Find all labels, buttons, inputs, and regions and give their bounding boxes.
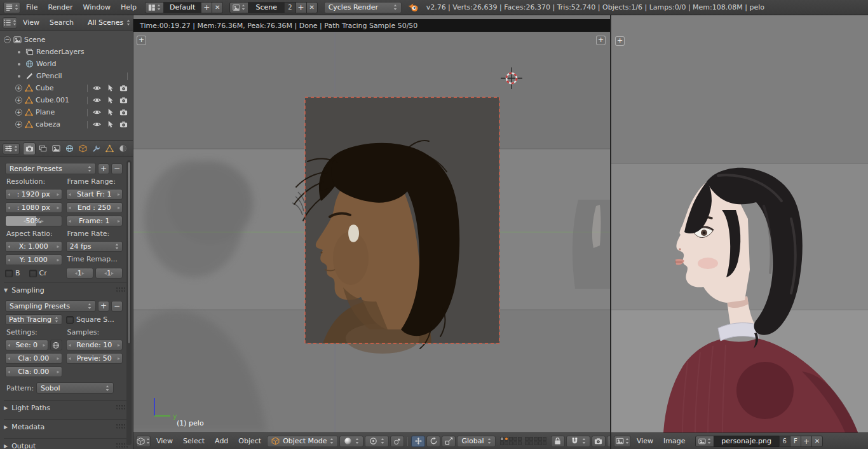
panel-header-light-paths[interactable]: ▶ Light Paths bbox=[4, 400, 129, 415]
editor-type-button-properties[interactable] bbox=[3, 143, 20, 155]
aspect-x-field[interactable]: X: 1.000 bbox=[5, 241, 62, 252]
visibility-eye-icon[interactable] bbox=[93, 108, 101, 116]
toolshelf-expand-button[interactable]: + bbox=[137, 36, 146, 45]
transform-orientation-select[interactable]: Global bbox=[457, 436, 495, 447]
frame-start-field[interactable]: Start Fr: 1 bbox=[66, 189, 123, 200]
translate-manipulator-toggle[interactable] bbox=[411, 436, 425, 447]
outliner-item-scene[interactable]: − Scene bbox=[0, 34, 133, 46]
tab-world[interactable] bbox=[63, 142, 76, 155]
editor-type-button-image[interactable] bbox=[614, 436, 631, 447]
outliner-item-cube001[interactable]: + Cube.001 bbox=[0, 94, 133, 106]
clamp-indirect-field[interactable]: Cla: 0.00 bbox=[5, 366, 62, 377]
menu-help[interactable]: Help bbox=[116, 1, 141, 13]
pivot-point-select[interactable] bbox=[365, 436, 389, 447]
outliner-item-renderlayers[interactable]: RenderLayers bbox=[0, 46, 133, 58]
menu-window[interactable]: Window bbox=[79, 1, 115, 13]
unlink-image-button[interactable]: ✕ bbox=[811, 436, 823, 447]
toolshelf-expand-button[interactable]: + bbox=[615, 36, 625, 46]
renderability-camera-icon[interactable] bbox=[119, 108, 128, 116]
scene-name-field[interactable]: Scene bbox=[248, 2, 285, 13]
menu-viewport-select[interactable]: Select bbox=[179, 435, 209, 447]
menu-image-view[interactable]: View bbox=[632, 435, 658, 447]
delete-screen-layout-button[interactable]: ✕ bbox=[212, 2, 223, 13]
viewport-shading-select[interactable] bbox=[339, 436, 363, 447]
pattern-select[interactable]: Sobol bbox=[36, 382, 114, 394]
visibility-eye-icon[interactable] bbox=[93, 96, 101, 104]
editor-type-button-info[interactable] bbox=[3, 2, 20, 13]
image-browse-button[interactable] bbox=[695, 436, 714, 447]
remove-sampling-preset-button[interactable]: − bbox=[111, 301, 123, 312]
image-users-count[interactable]: 6 bbox=[779, 436, 790, 447]
opengl-render-animation-button[interactable] bbox=[607, 436, 610, 447]
resolution-percentage-slider[interactable]: 50% bbox=[5, 216, 62, 226]
tab-modifiers[interactable] bbox=[90, 142, 102, 155]
scale-manipulator-toggle[interactable] bbox=[442, 436, 456, 447]
rotate-manipulator-toggle[interactable] bbox=[426, 436, 440, 447]
renderability-camera-icon[interactable] bbox=[119, 96, 128, 104]
integrator-select[interactable]: Path Tracing bbox=[5, 314, 62, 325]
image-editor-canvas[interactable] bbox=[611, 15, 868, 432]
border-checkbox[interactable]: B bbox=[5, 269, 20, 277]
tab-render[interactable] bbox=[23, 142, 36, 155]
selectability-pointer-icon[interactable] bbox=[106, 84, 114, 92]
outliner-item-plane[interactable]: + Plane bbox=[0, 106, 133, 118]
menu-viewport-object[interactable]: Object bbox=[234, 435, 266, 447]
frame-current-field[interactable]: Frame: 1 bbox=[66, 216, 123, 226]
add-preset-button[interactable]: + bbox=[98, 163, 109, 174]
collapse-icon[interactable]: − bbox=[4, 36, 11, 43]
editor-type-button-3dview[interactable] bbox=[136, 436, 151, 447]
panel-header-output[interactable]: ▶ Output bbox=[4, 438, 129, 449]
square-samples-checkbox[interactable]: Square S... bbox=[66, 314, 123, 325]
menu-viewport-add[interactable]: Add bbox=[210, 435, 233, 447]
time-remap-old-field[interactable]: 1 bbox=[66, 268, 93, 279]
layers-grid-right[interactable] bbox=[525, 437, 546, 445]
layers-grid-left[interactable] bbox=[500, 437, 522, 445]
image-name-field[interactable]: personaje.png bbox=[714, 436, 780, 447]
delete-scene-button[interactable]: ✕ bbox=[306, 2, 318, 13]
outliner-scope-select[interactable]: All Scenes bbox=[83, 17, 133, 29]
render-presets-select[interactable]: Render Presets bbox=[5, 163, 96, 174]
lock-to-scene-toggle[interactable] bbox=[551, 436, 565, 447]
crop-checkbox[interactable]: Cr bbox=[29, 269, 47, 277]
frame-end-field[interactable]: End : 250 bbox=[66, 202, 123, 213]
renderability-camera-icon[interactable] bbox=[119, 120, 128, 128]
panel-header-sampling[interactable]: ▼ Sampling bbox=[4, 282, 129, 298]
seed-field[interactable]: See: 0 bbox=[5, 340, 48, 350]
screen-layout-name-field[interactable]: Default bbox=[163, 2, 201, 13]
expand-icon[interactable]: + bbox=[15, 109, 22, 116]
editor-type-button-outliner[interactable] bbox=[3, 17, 17, 29]
properties-shelf-expand-button[interactable]: + bbox=[596, 36, 606, 45]
panel-header-metadata[interactable]: ▶ Metadata bbox=[4, 419, 129, 434]
sampling-presets-select[interactable]: Sampling Presets bbox=[5, 300, 96, 312]
outliner-item-cabeza[interactable]: + cabeza bbox=[0, 118, 133, 130]
expand-icon[interactable]: + bbox=[15, 121, 22, 128]
tab-object-data[interactable] bbox=[103, 142, 116, 155]
viewport-canvas[interactable]: y (1) pelo bbox=[133, 15, 610, 432]
new-image-button[interactable]: + bbox=[801, 436, 812, 447]
layers-widget[interactable] bbox=[500, 437, 546, 445]
scene-browse-button[interactable] bbox=[229, 2, 248, 13]
add-sampling-preset-button[interactable]: + bbox=[98, 301, 109, 312]
properties-scrollbar[interactable] bbox=[126, 160, 132, 445]
mode-select[interactable]: Object Mode bbox=[267, 436, 338, 447]
menu-image[interactable]: Image bbox=[659, 435, 689, 447]
manipulate-center-points-toggle[interactable] bbox=[390, 436, 404, 447]
clamp-direct-field[interactable]: Cla: 0.00 bbox=[5, 353, 62, 364]
selectability-pointer-icon[interactable] bbox=[106, 108, 114, 116]
scrollbar-thumb[interactable] bbox=[127, 162, 131, 344]
scene-users-count[interactable]: 2 bbox=[284, 2, 295, 13]
menu-viewport-view[interactable]: View bbox=[152, 435, 177, 447]
menu-file[interactable]: File bbox=[22, 1, 42, 13]
outliner-item-cube[interactable]: + Cube bbox=[0, 82, 133, 94]
fake-user-toggle[interactable]: F bbox=[790, 436, 801, 447]
snap-select[interactable] bbox=[566, 436, 590, 447]
render-engine-select[interactable]: Cycles Render bbox=[324, 2, 402, 13]
resolution-y-field[interactable]: : 1080 px bbox=[5, 202, 62, 213]
time-remap-new-field[interactable]: 1 bbox=[95, 268, 123, 279]
menu-render[interactable]: Render bbox=[43, 1, 77, 13]
selectability-pointer-icon[interactable] bbox=[106, 120, 114, 128]
outliner-item-world[interactable]: World bbox=[0, 58, 133, 70]
aspect-y-field[interactable]: Y: 1.000 bbox=[5, 254, 62, 265]
tab-object[interactable] bbox=[76, 142, 89, 155]
screen-layout-browse-button[interactable] bbox=[145, 2, 164, 13]
